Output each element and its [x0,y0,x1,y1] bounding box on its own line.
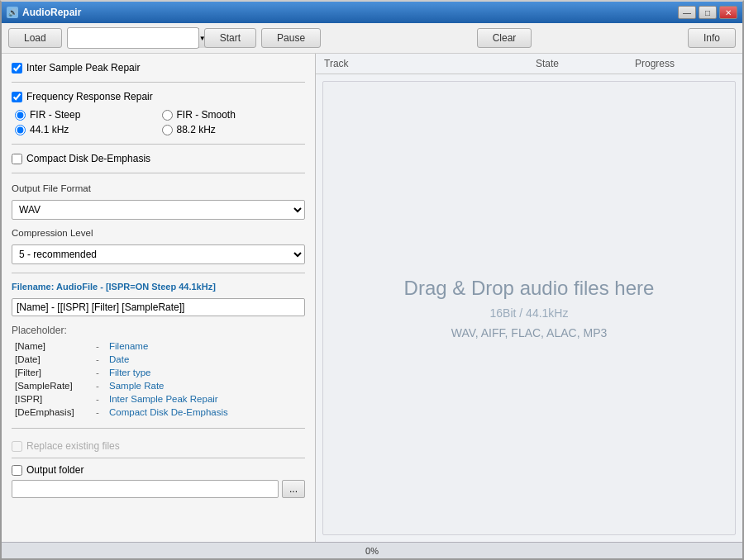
close-button[interactable]: ✕ [719,6,737,19]
placeholder-section: Placeholder: [Name] - Filename [Date] - … [12,325,305,420]
placeholder-filter-dash: - [89,367,106,378]
freq-882-label: 88.2 kHz [177,124,216,135]
browse-button[interactable]: ... [282,480,305,498]
divider-1 [12,82,305,83]
title-bar-left: 🔊 AudioRepair [7,7,81,18]
frequency-response-label: Frequency Response Repair [26,91,153,102]
placeholder-ispr-desc: Inter Sample Peak Repair [107,393,303,405]
app-icon: 🔊 [7,7,18,18]
output-folder-input[interactable] [12,480,279,498]
freq-441-radio[interactable] [15,125,26,135]
fir-steep-label: FIR - Steep [30,109,80,121]
compact-disk-label: Compact Disk De-Emphasis [26,153,150,164]
freq-441-label: 44.1 kHz [30,124,69,135]
fir-options: FIR - Steep FIR - Smooth 44.1 kHz 88.2 k… [12,109,305,135]
placeholder-ispr-dash: - [89,393,106,405]
state-column-header: State [536,58,635,69]
output-folder-label: Output folder [26,464,83,476]
frequency-response-row: Frequency Response Repair [12,91,305,102]
progress-bar-container: 0% [2,542,742,558]
maximize-button[interactable]: □ [699,6,717,19]
replace-existing-checkbox[interactable] [12,441,22,452]
main-window: 🔊 AudioRepair — □ ✕ Load ▼ Start Pause C… [0,0,744,560]
filename-prefix: Filename: [12,282,56,292]
filename-display-row: Filename: AudioFile - [ISPR=ON Steep 44.… [12,282,305,292]
divider-5 [12,428,305,429]
placeholder-name-row: [Name] - Filename [13,340,303,352]
inter-sample-peak-checkbox[interactable] [12,63,22,74]
placeholder-deemphasis-dash: - [89,406,106,418]
replace-existing-row: Replace existing files [12,440,305,452]
placeholder-name-desc: Filename [107,340,303,352]
placeholder-title: Placeholder: [12,325,305,336]
placeholder-name-dash: - [89,340,106,352]
start-button[interactable]: Start [204,28,256,48]
minimize-button[interactable]: — [678,6,696,19]
filename-input[interactable] [12,298,305,316]
bottom-section: Replace existing files Output folder ... [12,440,305,498]
track-column-header: Track [324,58,536,69]
filename-value: AudioFile - [ISPR=ON Steep 44.1kHz] [56,282,216,292]
placeholder-ispr-row: [ISPR] - Inter Sample Peak Repair [13,393,303,405]
placeholder-filter-row: [Filter] - Filter type [13,367,303,378]
divider-4 [12,273,305,273]
placeholder-table: [Name] - Filename [Date] - Date [Filter]… [12,339,305,420]
inter-sample-peak-label: Inter Sample Peak Repair [26,62,140,74]
title-controls: — □ ✕ [678,6,737,19]
drop-text-formats: WAV, AIFF, FLAC, ALAC, MP3 [451,326,608,339]
placeholder-samplerate-desc: Sample Rate [107,380,303,392]
compact-disk-row: Compact Disk De-Emphasis [12,153,305,164]
inter-sample-peak-row: Inter Sample Peak Repair [12,62,305,74]
freq-882-row: 88.2 kHz [162,124,306,135]
placeholder-ispr-key: [ISPR] [13,393,88,405]
freq-441-row: 44.1 kHz [15,124,159,135]
output-folder-checkbox[interactable] [12,465,22,476]
compact-disk-checkbox[interactable] [12,154,22,164]
output-folder-input-row: ... [12,480,305,498]
placeholder-date-dash: - [89,354,106,365]
title-bar: 🔊 AudioRepair — □ ✕ [2,2,742,23]
replace-existing-label: Replace existing files [26,440,120,452]
file-dropdown[interactable]: ▼ [67,27,199,49]
track-header: Track State Progress [316,54,742,74]
placeholder-deemphasis-desc: Compact Disk De-Emphasis [107,406,303,418]
left-panel: Inter Sample Peak Repair Frequency Respo… [2,54,316,542]
placeholder-deemphasis-row: [DeEmphasis] - Compact Disk De-Emphasis [13,406,303,418]
freq-882-radio[interactable] [162,125,173,135]
placeholder-date-key: [Date] [13,354,88,365]
divider-6 [12,458,305,458]
frequency-response-checkbox[interactable] [12,92,22,102]
output-folder-row: Output folder [12,464,305,476]
window-title: AudioRepair [22,7,81,18]
right-panel: Track State Progress Drag & Drop audio f… [316,54,742,542]
info-button[interactable]: Info [688,28,736,48]
placeholder-samplerate-dash: - [89,380,106,392]
progress-column-header: Progress [635,58,734,69]
file-dropdown-input[interactable] [68,31,198,45]
divider-2 [12,144,305,145]
placeholder-filter-desc: Filter type [107,367,303,378]
divider-3 [12,173,305,173]
compression-select[interactable]: 5 - recommended [12,244,305,264]
pause-button[interactable]: Pause [261,28,321,48]
toolbar: Load ▼ Start Pause Clear Info [2,23,742,54]
output-format-label: Output File Format [12,183,305,193]
drop-text-main: Drag & Drop audio files here [404,277,655,300]
placeholder-samplerate-row: [SampleRate] - Sample Rate [13,380,303,392]
output-format-select[interactable]: WAV AIFF FLAC ALAC MP3 [12,200,305,220]
compression-label: Compression Level [12,228,305,238]
placeholder-filter-key: [Filter] [13,367,88,378]
placeholder-name-key: [Name] [13,340,88,352]
drop-zone[interactable]: Drag & Drop audio files here 16Bit / 44.… [322,81,736,535]
fir-smooth-row: FIR - Smooth [162,109,306,121]
fir-smooth-label: FIR - Smooth [177,109,236,121]
fir-steep-radio[interactable] [15,110,26,121]
fir-smooth-radio[interactable] [162,110,173,121]
main-content: Inter Sample Peak Repair Frequency Respo… [2,54,742,542]
placeholder-deemphasis-key: [DeEmphasis] [13,406,88,418]
clear-button[interactable]: Clear [477,28,532,48]
load-button[interactable]: Load [8,28,62,48]
placeholder-date-row: [Date] - Date [13,354,303,365]
fir-steep-row: FIR - Steep [15,109,159,121]
placeholder-samplerate-key: [SampleRate] [13,380,88,392]
